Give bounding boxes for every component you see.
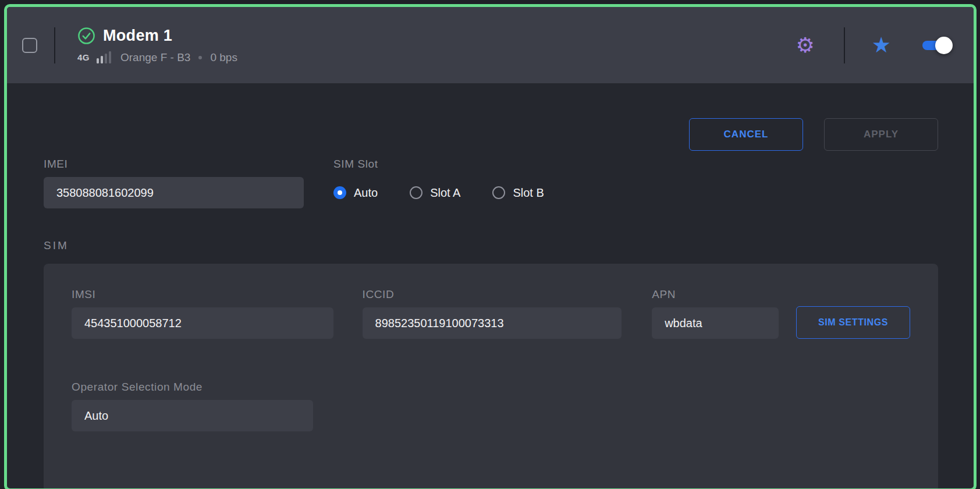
radio-label: Slot A (430, 186, 460, 200)
modem-identity: Modem 1 4G Orange F - B3 0 bps (77, 27, 237, 64)
dot-separator (198, 56, 202, 59)
header-divider (844, 27, 845, 63)
form-actions: CANCEL APPLY (44, 118, 938, 151)
iccid-field-group: ICCID (363, 288, 622, 339)
modem-header: Modem 1 4G Orange F - B3 0 bps ⚙ ★ (7, 7, 974, 83)
settings-gear-icon[interactable]: ⚙ (796, 35, 815, 56)
select-modem-checkbox[interactable] (22, 38, 37, 53)
favorite-star-icon[interactable]: ★ (872, 34, 891, 56)
iccid-input[interactable] (363, 307, 622, 339)
radio-label: Slot B (513, 186, 544, 200)
radio-icon (492, 186, 505, 199)
imei-label: IMEI (44, 158, 304, 171)
radio-icon (410, 186, 422, 199)
operator-name: Orange F - B3 (120, 51, 190, 64)
operator-mode-group: Operator Selection Mode (72, 381, 313, 431)
cancel-button[interactable]: CANCEL (689, 118, 803, 151)
sim-panel: IMSI ICCID APN SIM SETTINGS Operator Sel… (44, 264, 938, 489)
sim-slot-label: SIM Slot (333, 158, 544, 171)
signal-strength-icon (97, 51, 111, 63)
operator-mode-label: Operator Selection Mode (72, 381, 313, 394)
apn-label: APN (652, 288, 779, 301)
imsi-label: IMSI (72, 288, 333, 301)
modem-enable-toggle[interactable] (922, 41, 949, 50)
operator-mode-input[interactable] (72, 400, 313, 431)
iccid-label: ICCID (363, 288, 622, 301)
network-type-badge: 4G (77, 52, 90, 62)
apn-input[interactable] (652, 307, 779, 339)
modem-card: Modem 1 4G Orange F - B3 0 bps ⚙ ★ (4, 4, 977, 489)
header-divider (54, 27, 55, 63)
status-ok-icon (77, 27, 95, 45)
apn-field-group: APN (652, 288, 779, 339)
radio-icon (333, 186, 346, 199)
throughput-value: 0 bps (210, 51, 237, 64)
sim-settings-button[interactable]: SIM SETTINGS (796, 306, 910, 339)
imsi-input[interactable] (72, 307, 333, 339)
sim-slot-radio-slot-a[interactable]: Slot A (410, 186, 460, 200)
imei-input[interactable] (44, 177, 304, 208)
apply-button[interactable]: APPLY (824, 118, 938, 151)
sim-slot-group: SIM Slot Auto Slot A Slot B (333, 158, 544, 208)
header-actions: ⚙ ★ (796, 27, 949, 63)
sim-slot-radio-auto[interactable]: Auto (333, 186, 378, 200)
radio-label: Auto (354, 186, 378, 200)
imei-field-group: IMEI (44, 158, 304, 208)
modem-title: Modem 1 (103, 27, 172, 45)
toggle-knob (935, 37, 953, 54)
sim-slot-radio-slot-b[interactable]: Slot B (492, 186, 544, 200)
imsi-field-group: IMSI (72, 288, 333, 339)
modem-settings-form: CANCEL APPLY IMEI SIM Slot Auto Slot A (7, 83, 974, 489)
sim-section-label: SIM (44, 239, 938, 252)
